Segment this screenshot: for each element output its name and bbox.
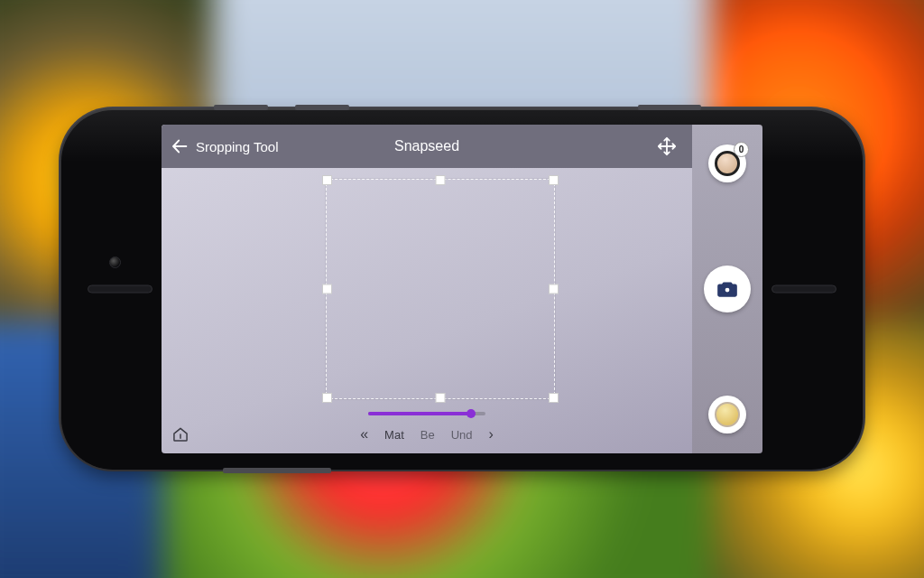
device-front-camera <box>109 256 121 268</box>
move-icon <box>657 136 677 156</box>
aspect-option[interactable]: Und <box>451 428 473 442</box>
crop-handle-se[interactable] <box>549 393 559 403</box>
crop-handle-s[interactable] <box>436 393 446 403</box>
camera-button[interactable] <box>704 266 751 312</box>
avatar-icon <box>715 402 740 427</box>
aspect-option[interactable]: Be <box>420 428 435 442</box>
next-option-button[interactable]: › <box>489 426 494 443</box>
device-speaker <box>772 285 836 294</box>
device-volume-key <box>214 105 268 110</box>
aspect-option[interactable]: Mat <box>384 428 404 442</box>
avatar-badge: 0 <box>734 142 749 157</box>
crop-handle-ne[interactable] <box>549 175 559 185</box>
device-speaker <box>88 285 152 294</box>
slider-fill <box>368 412 471 415</box>
canvas[interactable] <box>162 168 692 415</box>
option-slider[interactable] <box>368 412 485 415</box>
main-area: Sropping Tool Snapseed <box>162 125 692 453</box>
secondary-avatar-button[interactable] <box>708 396 746 434</box>
crop-handle-n[interactable] <box>436 175 446 185</box>
crop-handle-w[interactable] <box>322 284 332 294</box>
prev-option-button[interactable]: « <box>360 426 368 443</box>
home-icon <box>171 425 189 443</box>
device-power-key <box>638 105 701 110</box>
crop-handle-sw[interactable] <box>322 393 332 403</box>
move-tool-button[interactable] <box>651 130 683 163</box>
titlebar: Sropping Tool Snapseed <box>162 125 692 168</box>
app-title: Snapseed <box>394 138 459 154</box>
bottom-bar: « Mat Be Und › <box>162 415 692 453</box>
slider-thumb[interactable] <box>467 409 476 418</box>
crop-handle-e[interactable] <box>549 284 559 294</box>
crop-handle-nw[interactable] <box>322 175 332 185</box>
device-bottom-key <box>223 468 331 473</box>
home-button[interactable] <box>162 415 199 453</box>
back-button[interactable] <box>162 125 198 168</box>
right-rail: 0 <box>692 125 762 453</box>
svg-point-4 <box>725 287 731 294</box>
tool-title: Sropping Tool <box>196 139 278 154</box>
aspect-options: « Mat Be Und › <box>360 426 494 443</box>
user-avatar-button[interactable]: 0 <box>708 144 746 182</box>
phone-screen: Sropping Tool Snapseed <box>162 125 762 453</box>
crop-box[interactable] <box>326 179 555 399</box>
phone-device: Sropping Tool Snapseed <box>60 108 864 470</box>
camera-icon <box>716 277 739 301</box>
device-volume-key <box>295 105 349 110</box>
back-arrow-icon <box>170 136 189 156</box>
